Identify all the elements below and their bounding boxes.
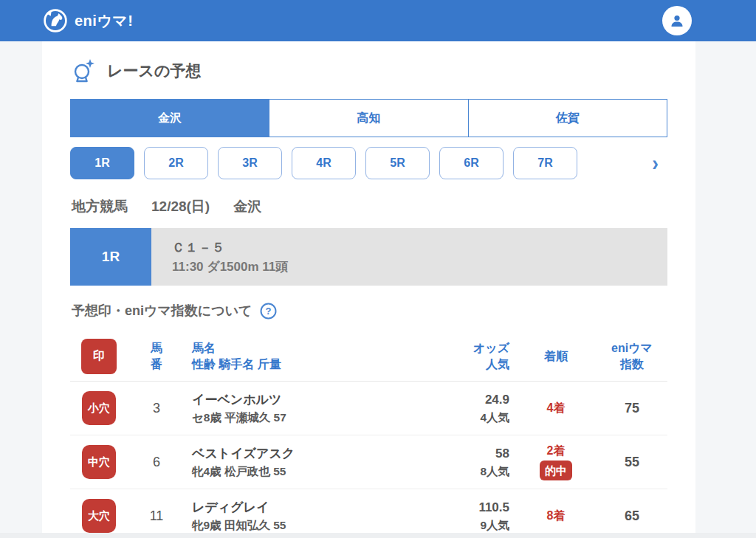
horse-number: 6 <box>128 455 185 470</box>
rank-cell: 2着 的中 <box>515 444 597 480</box>
col-odds-line2: 人気 <box>416 356 509 373</box>
race-number-row: 1R 2R 3R 4R 5R 6R 7R › <box>70 147 667 179</box>
table-row[interactable]: 中穴 6 ベストイズアスク 牝4歳 松戸政也 55 58 8人気 2着 的中 5… <box>70 435 667 489</box>
rank-value: 4着 <box>515 401 597 415</box>
odds-cell: 110.5 9人気 <box>416 499 515 534</box>
mark-badge: 小穴 <box>82 391 116 425</box>
col-index-line1: eniウマ <box>597 340 667 356</box>
col-index-line2: 指数 <box>597 356 667 373</box>
race-tab-7r[interactable]: 7R <box>513 147 577 179</box>
horse-details: 牝4歳 松戸政也 55 <box>192 463 416 480</box>
horse-name-cell: レディグレイ 牝9歳 田知弘久 55 <box>185 499 416 534</box>
hit-badge: 的中 <box>540 461 572 480</box>
horse-logo-icon <box>42 7 69 34</box>
chevron-right-icon[interactable]: › <box>652 152 659 174</box>
odds-value: 24.9 <box>416 391 509 409</box>
race-info: Ｃ１－５ 11:30 ダ1500m 11頭 <box>151 228 288 286</box>
col-horse-name-line1: 馬名 <box>192 340 416 356</box>
venue-tab-kochi[interactable]: 高知 <box>269 100 467 137</box>
app-header: eniウマ! <box>0 0 756 41</box>
rank-value: 2着 <box>515 444 597 458</box>
venue-tabs: 金沢 高知 佐賀 <box>70 99 667 137</box>
popularity: 9人気 <box>416 517 509 534</box>
race-tab-5r[interactable]: 5R <box>365 147 430 179</box>
rank-cell: 8着 <box>515 508 597 523</box>
table-row[interactable]: 小穴 3 イーベンホルツ セ8歳 平瀬城久 57 24.9 4人気 4着 75 <box>70 382 667 435</box>
col-horse-number: 馬 番 <box>128 340 185 373</box>
prediction-table: 印 馬 番 馬名 性齢 騎手名 斤量 オッズ 人気 着順 eniウマ 指数 <box>70 331 667 538</box>
person-icon <box>668 12 686 30</box>
race-tab-3r[interactable]: 3R <box>218 147 282 179</box>
horse-details: 牝9歳 田知弘久 55 <box>192 517 416 534</box>
popularity: 4人気 <box>416 409 509 426</box>
race-tab-1r[interactable]: 1R <box>70 147 134 179</box>
rank-cell: 4着 <box>515 401 597 415</box>
logo-text: eniウマ! <box>75 11 134 31</box>
odds-cell: 58 8人気 <box>416 445 515 480</box>
logo[interactable]: eniウマ! <box>42 7 134 34</box>
popularity: 8人気 <box>416 463 509 480</box>
col-horse-name-line2: 性齢 騎手名 斤量 <box>192 356 416 373</box>
horse-name: ベストイズアスク <box>192 445 416 463</box>
odds-value: 110.5 <box>416 499 509 517</box>
mark-badge: 大穴 <box>82 499 116 533</box>
mark-cell: 中穴 <box>70 445 128 479</box>
race-class: Ｃ１－５ <box>172 239 288 256</box>
race-meta-row: 地方競馬 12/28(日) 金沢 <box>70 197 667 216</box>
col-mark: 印 <box>70 339 128 374</box>
mark-cell: 小穴 <box>70 391 128 425</box>
account-button[interactable] <box>662 6 692 35</box>
index-value: 75 <box>597 401 667 416</box>
meta-category: 地方競馬 <box>72 197 128 216</box>
about-row: 予想印・eniウマ指数について ? <box>70 302 667 320</box>
col-horse-number-line2: 番 <box>128 356 185 373</box>
help-icon[interactable]: ? <box>260 303 277 320</box>
race-tab-2r[interactable]: 2R <box>144 147 208 179</box>
venue-tab-saga[interactable]: 佐賀 <box>468 100 667 137</box>
mark-header-badge: 印 <box>81 339 117 374</box>
race-details: 11:30 ダ1500m 11頭 <box>172 258 288 275</box>
race-tab-4r[interactable]: 4R <box>292 147 356 179</box>
race-number-badge: 1R <box>70 228 151 286</box>
col-odds: オッズ 人気 <box>416 340 515 373</box>
svg-text:?: ? <box>265 306 271 317</box>
index-value: 65 <box>597 508 667 524</box>
race-tab-6r[interactable]: 6R <box>439 147 504 179</box>
section-title-row: レースの予想 <box>70 55 667 94</box>
rank-value: 8着 <box>515 508 597 523</box>
content-card: レースの予想 金沢 高知 佐賀 1R 2R 3R 4R 5R 6R 7R › 地… <box>42 41 695 538</box>
odds-cell: 24.9 4人気 <box>416 391 515 426</box>
col-rank: 着順 <box>515 348 597 365</box>
horse-name-cell: ベストイズアスク 牝4歳 松戸政也 55 <box>185 445 416 480</box>
table-header-row: 印 馬 番 馬名 性齢 騎手名 斤量 オッズ 人気 着順 eniウマ 指数 <box>70 331 667 382</box>
crystal-ball-icon <box>72 58 97 84</box>
horse-details: セ8歳 平瀬城久 57 <box>192 409 416 426</box>
col-odds-line1: オッズ <box>416 340 509 356</box>
page-title: レースの予想 <box>107 61 201 81</box>
col-horse-name: 馬名 性齢 騎手名 斤量 <box>185 340 416 373</box>
mark-badge: 中穴 <box>82 445 116 479</box>
col-index: eniウマ 指数 <box>597 340 667 373</box>
horse-number: 11 <box>128 508 185 524</box>
meta-venue: 金沢 <box>233 197 261 216</box>
index-value: 55 <box>597 455 667 470</box>
table-row[interactable]: 大穴 11 レディグレイ 牝9歳 田知弘久 55 110.5 9人気 8着 65 <box>70 489 667 538</box>
meta-date: 12/28(日) <box>151 197 210 216</box>
venue-tab-kanazawa[interactable]: 金沢 <box>71 100 269 137</box>
horse-name: レディグレイ <box>192 499 416 517</box>
odds-value: 58 <box>416 445 509 463</box>
mark-cell: 大穴 <box>70 499 128 533</box>
about-heading: 予想印・eniウマ指数について <box>72 302 252 320</box>
horse-name: イーベンホルツ <box>192 391 416 409</box>
horse-name-cell: イーベンホルツ セ8歳 平瀬城久 57 <box>185 391 416 426</box>
race-info-bar: 1R Ｃ１－５ 11:30 ダ1500m 11頭 <box>70 228 667 286</box>
col-horse-number-line1: 馬 <box>128 340 185 356</box>
horse-number: 3 <box>128 401 185 416</box>
bottom-edge <box>0 533 756 538</box>
